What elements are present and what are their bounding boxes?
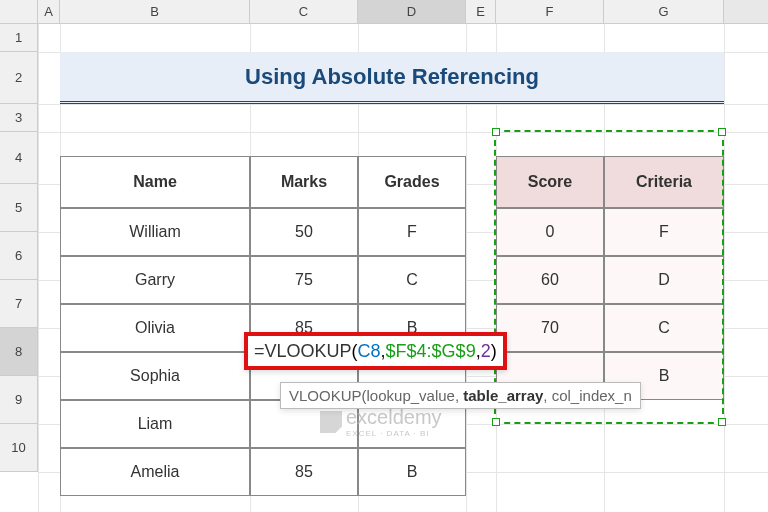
watermark-logo-icon (320, 411, 342, 433)
table2-header[interactable]: Criteria (604, 156, 724, 208)
table1-header[interactable]: Marks (250, 156, 358, 208)
formula-tooltip: VLOOKUP(lookup_value, table_array, col_i… (280, 382, 641, 409)
col-header-D[interactable]: D (358, 0, 466, 23)
table1-cell[interactable]: 75 (250, 256, 358, 304)
table1-cell[interactable]: 85 (250, 448, 358, 496)
col-header-A[interactable]: A (38, 0, 60, 23)
watermark-subtext: EXCEL · DATA · BI (346, 429, 442, 438)
table2-cell[interactable]: 70 (496, 304, 604, 352)
watermark-text: exceldemy (346, 406, 442, 429)
col-header-B[interactable]: B (60, 0, 250, 23)
row-header-7[interactable]: 7 (0, 280, 38, 328)
table2-cell[interactable]: 0 (496, 208, 604, 256)
row-header-3[interactable]: 3 (0, 104, 38, 132)
table1-cell[interactable]: Liam (60, 400, 250, 448)
table2-cell[interactable]: D (604, 256, 724, 304)
formula-arg1: C8 (358, 341, 381, 362)
row-header-1[interactable]: 1 (0, 24, 38, 52)
col-header-C[interactable]: C (250, 0, 358, 23)
table1-cell[interactable]: B (358, 448, 466, 496)
table1-cell[interactable]: William (60, 208, 250, 256)
col-header-G[interactable]: G (604, 0, 724, 23)
row-header-8[interactable]: 8 (0, 328, 38, 376)
formula-arg2: $F$4:$G$9 (386, 341, 476, 362)
table1-cell[interactable]: Olivia (60, 304, 250, 352)
column-headers: ABCDEFG (0, 0, 768, 24)
row-header-6[interactable]: 6 (0, 232, 38, 280)
col-header-E[interactable]: E (466, 0, 496, 23)
row-header-5[interactable]: 5 (0, 184, 38, 232)
table1-cell[interactable]: C (358, 256, 466, 304)
table1-cell[interactable]: Garry (60, 256, 250, 304)
col-header-corner[interactable] (0, 0, 38, 23)
table2-header[interactable]: Score (496, 156, 604, 208)
row-headers: 12345678910 (0, 24, 38, 472)
table1-cell[interactable]: Amelia (60, 448, 250, 496)
table1-header[interactable]: Grades (358, 156, 466, 208)
formula-function: VLOOKUP (265, 341, 352, 362)
spreadsheet: ABCDEFG 12345678910 Using Absolute Refer… (0, 0, 768, 512)
table2-cell[interactable]: 60 (496, 256, 604, 304)
table1-cell[interactable]: Sophia (60, 352, 250, 400)
table2-cell[interactable]: F (604, 208, 724, 256)
table1-cell[interactable]: 50 (250, 208, 358, 256)
formula-equals: = (254, 341, 265, 362)
formula-arg3: 2 (481, 341, 491, 362)
table1-header[interactable]: Name (60, 156, 250, 208)
table2-cell[interactable]: C (604, 304, 724, 352)
watermark: exceldemy EXCEL · DATA · BI (320, 406, 442, 438)
row-header-4[interactable]: 4 (0, 132, 38, 184)
row-header-2[interactable]: 2 (0, 52, 38, 104)
title-banner: Using Absolute Referencing (60, 52, 724, 104)
formula-input[interactable]: =VLOOKUP(C8,$F$4:$G$9,2) (244, 332, 507, 370)
row-header-10[interactable]: 10 (0, 424, 38, 472)
row-header-9[interactable]: 9 (0, 376, 38, 424)
table1-cell[interactable]: F (358, 208, 466, 256)
col-header-F[interactable]: F (496, 0, 604, 23)
